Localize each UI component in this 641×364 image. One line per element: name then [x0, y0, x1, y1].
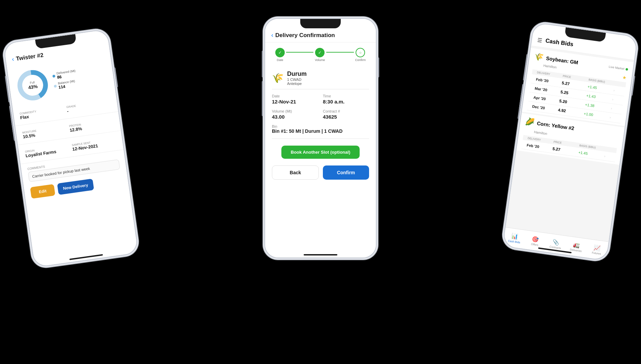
commodity-icon-center: 🌾	[272, 72, 284, 84]
bin-label: Bin	[272, 124, 369, 128]
step-volume-label: Volume	[315, 58, 325, 62]
commodity-location: Antelope	[287, 82, 307, 86]
donut-chart: Full 43%	[13, 66, 52, 104]
step-confirm: ○ Confirm	[355, 48, 366, 62]
chevron-icon: ›	[612, 97, 619, 102]
time-value: 8:30 a.m.	[323, 99, 369, 104]
home-indicator-left	[69, 254, 103, 260]
delivered-dot	[52, 74, 55, 78]
back-arrow-center[interactable]: ‹	[271, 32, 273, 39]
tab-offers[interactable]: 🎯 Offers	[524, 233, 547, 249]
volume-item: Volume (Mt) 43.00	[272, 109, 318, 120]
deliveries-label: Deliveries	[570, 248, 582, 253]
deliveries-icon: 🚛	[573, 241, 580, 249]
futures-label: Futures	[592, 251, 601, 255]
step-confirm-circle: ○	[356, 48, 365, 57]
left-screen-title: Twister #2	[16, 52, 44, 62]
home-indicator-center	[304, 254, 337, 255]
chevron-icon: ›	[611, 106, 618, 111]
time-label: Time	[323, 94, 369, 98]
tab-futures[interactable]: 📈 Futures	[586, 241, 608, 258]
step-volume-circle: ✓	[315, 48, 325, 57]
volume-value: 43.00	[272, 114, 318, 120]
circle-empty: ○	[359, 51, 362, 55]
time-item: Time 8:30 a.m.	[323, 94, 369, 104]
right-screen: ☰ Cash Bids 🌾 Soybean: GM Live Market Ha…	[503, 23, 637, 260]
live-dot	[625, 68, 628, 70]
delivered-legend: Delivered (Mt) 86	[52, 69, 76, 80]
date-label: Date	[272, 94, 318, 98]
step-line-1	[286, 52, 313, 53]
offers-label: Offers	[531, 242, 539, 246]
favorite-star[interactable]: ★	[622, 74, 627, 81]
center-title: Delivery Confirmation	[275, 32, 335, 39]
chevron-icon: ›	[613, 88, 620, 93]
sample-sent-item: Sample Sent 12-Nov-2021	[72, 138, 117, 152]
hamburger-icon[interactable]: ☰	[537, 36, 543, 43]
step-confirm-label: Confirm	[355, 58, 366, 62]
date-value: 12-Nov-21	[272, 99, 318, 104]
origin-item: Origin Loyalist Farms	[25, 144, 70, 158]
confirm-button[interactable]: Confirm	[323, 165, 369, 180]
contract-value: 43625	[323, 114, 369, 120]
soybean-icon: 🌾	[534, 52, 544, 62]
futures-icon: 📈	[593, 244, 601, 251]
moisture-item: MOISTURE 10.5%	[22, 125, 67, 139]
step-date-circle: ✓	[275, 48, 285, 57]
notch-center	[300, 19, 341, 28]
back-arrow-left[interactable]: ‹	[11, 56, 15, 63]
balance-dot	[54, 85, 57, 88]
center-action-btns: Back Confirm	[265, 162, 376, 185]
new-delivery-button[interactable]: New Delivery	[57, 179, 94, 195]
check-icon-volume: ✓	[318, 50, 322, 55]
grade-item: Grade -	[66, 99, 111, 114]
offers-icon: 🎯	[532, 236, 539, 243]
corn-location: Hamilton	[534, 130, 548, 135]
step-line-2	[326, 52, 354, 53]
right-phone: ☰ Cash Bids 🌾 Soybean: GM Live Market Ha…	[501, 21, 640, 263]
chevron-icon: ›	[609, 115, 616, 120]
cash-bids-label: Cash Bids	[508, 239, 520, 244]
contract-item: Contract # 43625	[323, 109, 369, 120]
commodity-header: 🌾 Durum 1 CWAD Antelope	[265, 67, 376, 89]
bin-value: Bin #1: 50 Mt | Durum | 1 CWAD	[272, 128, 369, 134]
bin-section: Bin Bin #1: 50 Mt | Durum | 1 CWAD	[265, 124, 376, 139]
right-title: Cash Bids	[545, 37, 574, 48]
progress-steps: ✓ Date ✓ Volume ○ Confirm	[265, 42, 376, 67]
back-button[interactable]: Back	[272, 165, 319, 180]
protein-item: Protein 12.8%	[69, 119, 114, 133]
commodity-grade: 1 CWAD	[287, 78, 307, 82]
contract-label: Contract #	[323, 109, 369, 113]
donut-center: Full 43%	[27, 80, 38, 90]
center-screen: ‹ Delivery Confirmation ✓ Date ✓ Volume	[265, 19, 376, 257]
soybean-card: 🌾 Soybean: GM Live Market Hamilton ★ DEL…	[522, 48, 634, 126]
step-date-label: Date	[277, 58, 283, 62]
step-volume: ✓ Volume	[315, 48, 325, 62]
separator-2	[272, 139, 369, 139]
commodity-item: Commodity Flax	[20, 106, 65, 120]
volume-label: Volume (Mt)	[272, 109, 318, 113]
cash-bids-icon: 📊	[511, 233, 519, 240]
donut-legend: Delivered (Mt) 86 Balance (Mt) 114	[52, 69, 78, 92]
step-date: ✓ Date	[275, 48, 285, 62]
check-icon-date: ✓	[278, 50, 282, 55]
left-phone: ‹ Twister #2 Full 43%	[1, 27, 140, 269]
edit-button[interactable]: Edit	[30, 184, 55, 199]
corn-icon: 🌽	[525, 117, 535, 127]
commodity-name: Durum	[287, 70, 307, 78]
balance-legend: Balance (Mt) 114	[53, 79, 78, 90]
live-badge: Live Market	[609, 65, 628, 71]
chevron-icon: ›	[604, 154, 611, 159]
book-slot-button[interactable]: Book Another Slot (optional)	[281, 146, 360, 159]
tab-bar: 📊 Cash Bids 🎯 Offers 📎 Contracts 🚛 Deliv…	[503, 227, 609, 260]
detail-section: Date 12-Nov-21 Time 8:30 a.m. Volume (Mt…	[265, 89, 376, 124]
contracts-icon: 📎	[552, 238, 560, 246]
date-item: Date 12-Nov-21	[272, 94, 318, 104]
tab-cash-bids[interactable]: 📊 Cash Bids	[503, 230, 526, 246]
center-phone: ‹ Delivery Confirmation ✓ Date ✓ Volume	[263, 17, 378, 260]
left-screen: ‹ Twister #2 Full 43%	[4, 30, 138, 267]
